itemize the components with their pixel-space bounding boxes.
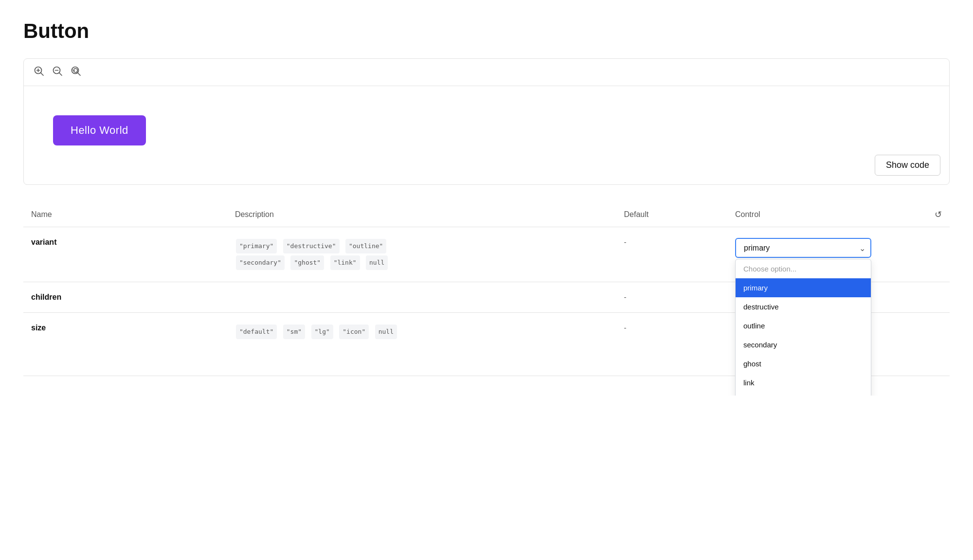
dropdown-option-choose[interactable]: Choose option...: [736, 259, 871, 278]
dropdown-option-secondary[interactable]: secondary: [736, 335, 871, 354]
dropdown-option-destructive[interactable]: destructive: [736, 297, 871, 316]
variant-dropdown: Choose option... primary destructive out…: [735, 259, 871, 396]
col-header-description: Description: [227, 204, 616, 227]
preview-toolbar: [24, 59, 949, 86]
zoom-in-icon[interactable]: [34, 66, 44, 79]
preview-content: Hello World Show code: [24, 86, 949, 184]
preview-panel: Hello World Show code: [23, 58, 950, 185]
prop-name-children: children: [31, 293, 61, 301]
dropdown-option-link[interactable]: link: [736, 373, 871, 392]
dropdown-option-null[interactable]: null: [736, 392, 871, 396]
prop-default-children: -: [624, 293, 627, 301]
dropdown-option-ghost[interactable]: ghost: [736, 354, 871, 373]
props-table: Name Description Default Control ↺ varia…: [23, 204, 950, 376]
svg-line-5: [59, 73, 62, 76]
demo-button[interactable]: Hello World: [53, 115, 146, 145]
svg-line-1: [41, 73, 44, 76]
table-row: variant "primary" "destructive" "outline…: [23, 227, 950, 282]
dropdown-option-primary[interactable]: primary: [736, 278, 871, 297]
prop-default-variant: -: [624, 238, 627, 246]
variant-select[interactable]: Choose option... primary destructive out…: [735, 238, 871, 258]
show-code-button[interactable]: Show code: [875, 155, 940, 176]
prop-name-size: size: [31, 324, 46, 332]
dropdown-option-outline[interactable]: outline: [736, 316, 871, 335]
prop-desc-variant: "primary" "destructive" "outline" "secon…: [235, 238, 609, 271]
svg-line-8: [78, 73, 81, 76]
reset-controls-icon[interactable]: ↺: [935, 209, 942, 220]
col-header-default: Default: [616, 204, 727, 227]
zoom-out-icon[interactable]: [52, 66, 63, 79]
page-title: Button: [23, 19, 950, 43]
zoom-reset-icon[interactable]: [71, 66, 81, 79]
prop-desc-size: "default" "sm" "lg" "icon" null: [235, 324, 609, 340]
col-header-control: Control ↺: [727, 204, 950, 227]
variant-select-wrapper: Choose option... primary destructive out…: [735, 238, 871, 258]
prop-default-size: -: [624, 324, 627, 332]
control-cell-variant: Choose option... primary destructive out…: [727, 227, 950, 282]
prop-name-variant: variant: [31, 238, 56, 246]
col-header-name: Name: [23, 204, 227, 227]
